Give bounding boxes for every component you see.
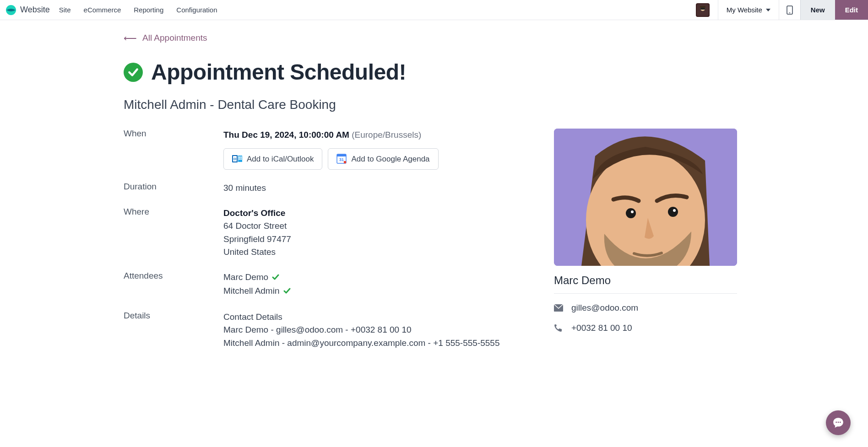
check-icon — [283, 287, 291, 295]
when-datetime: Thu Dec 19, 2024, 10:00:00 AM — [223, 130, 349, 140]
phone-icon — [554, 324, 563, 332]
svg-point-24 — [673, 209, 676, 212]
back-link-label: All Appointments — [142, 33, 207, 43]
website-selector[interactable]: My Website — [718, 0, 779, 20]
page-content: ⟵ All Appointments Appointment Scheduled… — [86, 20, 782, 389]
svg-text:31: 31 — [339, 157, 344, 162]
nav-item-ecommerce[interactable]: eCommerce — [84, 6, 121, 14]
nav-item-reporting[interactable]: Reporting — [134, 6, 163, 14]
arrow-left-icon: ⟵ — [124, 33, 137, 43]
caret-down-icon — [766, 9, 770, 11]
check-icon — [272, 274, 279, 281]
nav-item-site[interactable]: Site — [59, 6, 71, 14]
nav-item-configuration[interactable]: Configuration — [176, 6, 217, 14]
contact-phone[interactable]: +0032 81 00 10 — [571, 323, 632, 333]
label-when: When — [124, 129, 223, 139]
back-link[interactable]: ⟵ All Appointments — [124, 33, 207, 43]
add-ical-label: Add to iCal/Outlook — [247, 153, 314, 165]
row-details: Details Contact Details Marc Demo - gill… — [124, 311, 526, 350]
svg-rect-12 — [240, 156, 242, 158]
attendee-name: Mitchell Admin — [223, 285, 280, 298]
svg-rect-13 — [239, 158, 240, 160]
label-duration: Duration — [124, 182, 223, 192]
new-button[interactable]: New — [800, 0, 835, 20]
label-attendees: Attendees — [124, 271, 223, 281]
contact-email[interactable]: gilles@odoo.com — [571, 303, 638, 313]
heading-row: Appointment Scheduled! — [124, 59, 744, 85]
svg-point-21 — [626, 208, 636, 218]
odoo-logo-icon — [5, 5, 16, 16]
page-subtitle: Mitchell Admin - Dental Care Booking — [124, 97, 744, 112]
where-country: United States — [223, 246, 526, 259]
envelope-icon — [554, 304, 563, 312]
details-line: Marc Demo - gilles@odoo.com - +0032 81 0… — [223, 323, 526, 337]
svg-rect-14 — [240, 158, 242, 160]
contact-name: Marc Demo — [554, 274, 737, 294]
contact-email-row: gilles@odoo.com — [554, 303, 737, 313]
attendee-item: Mitchell Admin — [223, 285, 526, 298]
appointment-details: When Thu Dec 19, 2024, 10:00:00 AM (Euro… — [124, 129, 526, 361]
when-timezone: (Europe/Brussels) — [352, 130, 421, 140]
google-calendar-icon: 31 — [336, 154, 347, 164]
attendee-item: Marc Demo — [223, 271, 526, 284]
outlook-icon: O — [232, 154, 242, 164]
svg-rect-16 — [337, 154, 346, 156]
add-google-label: Add to Google Agenda — [351, 153, 429, 165]
top-navbar: Website Site eCommerce Reporting Configu… — [0, 0, 868, 20]
svg-point-23 — [668, 207, 678, 217]
svg-rect-18 — [344, 161, 346, 163]
brand-label: Website — [20, 5, 50, 15]
svg-point-22 — [631, 210, 634, 213]
value-duration: 30 minutes — [223, 182, 526, 195]
nav-right: My Website New Edit — [696, 0, 868, 20]
svg-rect-3 — [700, 8, 705, 10]
contact-card: Marc Demo gilles@odoo.com +0032 81 00 10 — [554, 129, 737, 343]
label-where: Where — [124, 207, 223, 217]
mobile-preview-button[interactable] — [779, 0, 800, 20]
svg-point-6 — [789, 12, 790, 13]
row-where: Where Doctor's Office 64 Doctor Street S… — [124, 207, 526, 259]
user-avatar-icon[interactable] — [696, 3, 710, 17]
website-selector-label: My Website — [727, 6, 762, 14]
add-ical-outlook-button[interactable]: O Add to iCal/Outlook — [223, 148, 322, 170]
label-details: Details — [124, 311, 223, 321]
row-attendees: Attendees Marc Demo Mitchell Admin — [124, 271, 526, 299]
edit-button-label: Edit — [845, 6, 858, 14]
svg-rect-11 — [239, 156, 240, 158]
add-google-agenda-button[interactable]: 31 Add to Google Agenda — [328, 148, 438, 170]
contact-portrait — [554, 129, 737, 266]
details-heading: Contact Details — [223, 311, 526, 324]
new-button-label: New — [811, 6, 825, 14]
row-when: When Thu Dec 19, 2024, 10:00:00 AM (Euro… — [124, 129, 526, 170]
svg-text:O: O — [233, 157, 236, 161]
details-line: Mitchell Admin - admin@yourcompany.examp… — [223, 337, 526, 350]
attendee-name: Marc Demo — [223, 271, 268, 284]
nav-menu: Site eCommerce Reporting Configuration — [59, 6, 217, 14]
row-duration: Duration 30 minutes — [124, 182, 526, 195]
mobile-icon — [787, 5, 793, 15]
success-check-icon — [124, 63, 143, 82]
where-street: 64 Doctor Street — [223, 220, 526, 233]
where-city-zip: Springfield 97477 — [223, 233, 526, 246]
svg-rect-4 — [700, 6, 705, 8]
edit-button[interactable]: Edit — [835, 0, 868, 20]
where-name: Doctor's Office — [223, 207, 526, 220]
contact-phone-row: +0032 81 00 10 — [554, 323, 737, 333]
page-title: Appointment Scheduled! — [151, 59, 406, 85]
brand[interactable]: Website — [5, 5, 50, 16]
